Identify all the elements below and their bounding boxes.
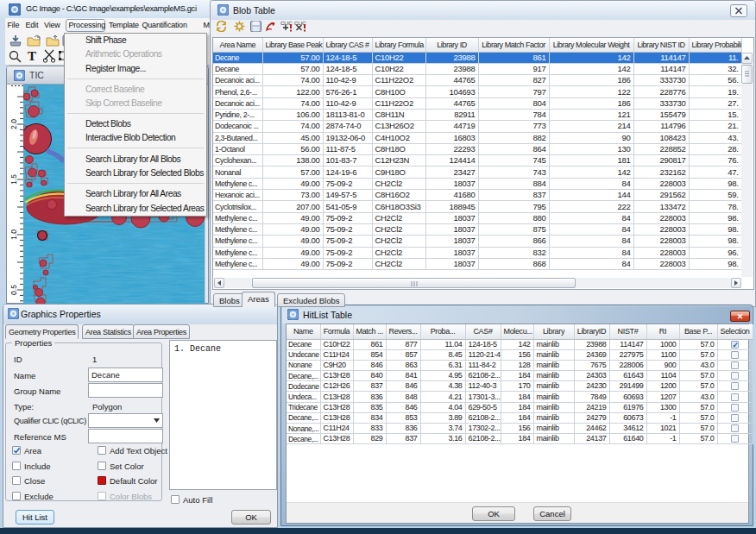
svg-text:1.5: 1.5 — [10, 174, 18, 185]
svg-text:1.0: 1.0 — [10, 229, 18, 240]
svg-text:0.5: 0.5 — [10, 285, 18, 295]
svg-text:2.0: 2.0 — [10, 119, 18, 129]
